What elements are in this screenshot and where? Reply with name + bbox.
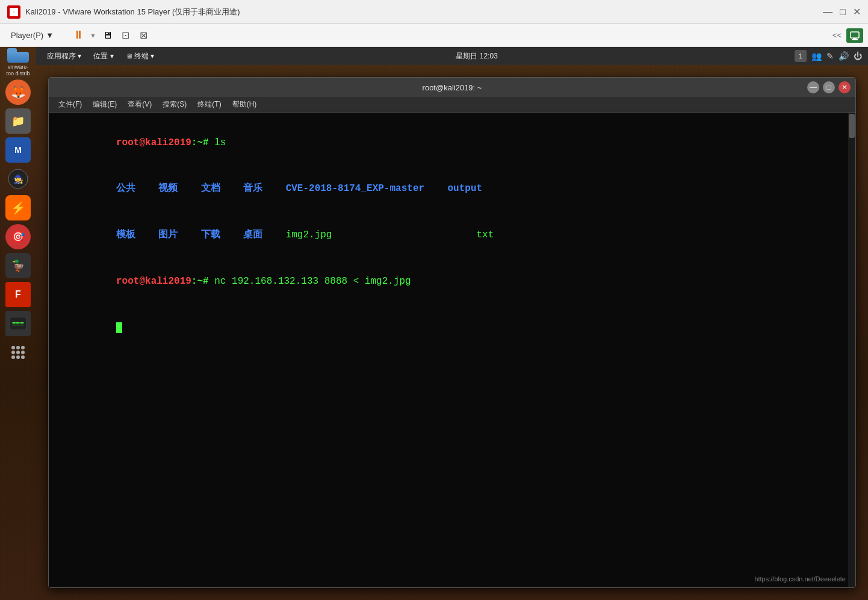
term-menu-edit[interactable]: 编辑(E)	[88, 98, 122, 111]
sidebar-item-maltego[interactable]: 🧙	[5, 166, 31, 192]
sidebar-item-burp[interactable]: ⚡	[5, 195, 31, 220]
sidebar-folder-vmware[interactable]: vmware-too distrib	[5, 52, 31, 77]
svg-point-12	[16, 346, 20, 349]
ls-item-public: 公共	[116, 183, 135, 194]
vmware-toolbar: ⏸ ▼ 🖥 ⊡ ⊠	[72, 29, 150, 42]
svg-point-18	[16, 355, 20, 359]
terminal-menu: 文件(F) 编辑(E) 查看(V) 搜索(S) 终端(T) 帮助(H)	[49, 97, 855, 113]
beef-icon: 🎯	[11, 230, 25, 243]
player-menu[interactable]: Player(P) ▼	[5, 28, 60, 42]
terminal-app-icon: ≡≡≡	[10, 317, 26, 330]
firefox-icon: 🦊	[11, 85, 26, 99]
svg-rect-5	[853, 38, 857, 39]
network-icon[interactable]: 🖥	[101, 29, 114, 42]
pause-button[interactable]: ⏸	[72, 29, 85, 42]
ls-item-docs: 文档	[201, 183, 220, 194]
terminal-minimize-btn[interactable]: —	[807, 81, 819, 93]
vmware-close-btn[interactable]: ✕	[853, 7, 861, 17]
prompt-path-1: :~#	[191, 137, 209, 148]
unity-icon[interactable]: ⊠	[137, 29, 150, 42]
svg-point-16	[21, 351, 25, 354]
ls-item-cve: CVE-2018-8174_EXP-master	[286, 183, 424, 194]
terminal-win-controls: — □ ✕	[807, 81, 851, 93]
svg-rect-2	[10, 12, 14, 16]
vmware-logo	[7, 5, 20, 19]
vmware-maximize-btn[interactable]: □	[840, 7, 846, 17]
vmware-win-controls: — □ ✕	[823, 7, 861, 17]
term-line-nc: root@kali2019:~# nc 192.168.132.133 8888…	[58, 258, 846, 305]
term-line-ls-1: 公共 视频 文档 音乐 CVE-2018-8174_EXP-master out…	[58, 166, 846, 213]
sidebar-item-duck[interactable]: 🦆	[5, 253, 31, 278]
kali-menu-terminal[interactable]: 🖥 终端 ▾	[121, 49, 160, 63]
terminal-maximize-btn[interactable]: □	[823, 81, 835, 93]
terminal-content[interactable]: root@kali2019:~# ls 公共 视频 文档 音乐 CVE-2018…	[49, 113, 855, 587]
files-icon: 📁	[11, 114, 25, 128]
kali-menu-places[interactable]: 位置 ▾	[88, 49, 118, 63]
volume-icon[interactable]: 🔊	[839, 51, 849, 61]
kali-clock: 星期日 12:03	[456, 51, 497, 61]
player-label: Player(P)	[11, 31, 43, 40]
term-menu-terminal[interactable]: 终端(T)	[193, 98, 226, 111]
ls-item-desktop: 桌面	[243, 230, 262, 240]
ls-item-download: 下载	[201, 230, 220, 240]
terminal-title: root@kali2019: ~	[56, 83, 848, 92]
users-icon[interactable]: 👥	[811, 51, 822, 61]
svg-point-13	[21, 346, 25, 349]
vm-panel-icon[interactable]	[846, 28, 863, 43]
kali-menu-apps[interactable]: 应用程序 ▾	[42, 49, 86, 63]
sidebar-item-faraday[interactable]: F	[5, 282, 31, 307]
kali-sidebar: vmware-too distrib 🦊 📁 M 🧙 ⚡ 🎯	[0, 47, 36, 600]
term-line-ls-2: 模板 图片 下载 桌面 img2.jpg txt	[58, 213, 846, 259]
kali-topbar: 应用程序 ▾ 位置 ▾ 🖥 终端 ▾ 星期日 12:03 1 👥 ✎ 🔊 ⏻	[36, 47, 868, 65]
terminal-titlebar: root@kali2019: ~ — □ ✕	[49, 78, 855, 97]
duck-icon: 🦆	[11, 259, 25, 272]
ls-item-templates: 模板	[116, 230, 135, 240]
term-menu-view[interactable]: 查看(V)	[123, 98, 157, 111]
svg-text:🧙: 🧙	[13, 174, 24, 184]
sidebar-item-apps[interactable]	[5, 340, 31, 365]
vmware-titlebar: Kali2019 - VMware Workstation 15 Player …	[0, 0, 868, 24]
svg-text:≡≡≡: ≡≡≡	[12, 320, 24, 328]
ls-item-txt: txt	[477, 230, 494, 240]
sidebar-item-files[interactable]: 📁	[5, 108, 31, 134]
workspace-badge[interactable]: 1	[795, 50, 807, 62]
pencil-icon[interactable]: ✎	[826, 51, 834, 61]
terminal-window: root@kali2019: ~ — □ ✕ 文件(F) 编辑(E) 查看(V)…	[48, 77, 856, 588]
power-icon[interactable]: ⏻	[854, 51, 862, 61]
sidebar-item-firefox[interactable]: 🦊	[5, 80, 31, 105]
svg-rect-6	[852, 39, 858, 40]
sidebar-item-beef[interactable]: 🎯	[5, 224, 31, 249]
kali-desktop-area: root@kali2019: ~ — □ ✕ 文件(F) 编辑(E) 查看(V)…	[36, 65, 868, 600]
svg-point-11	[11, 346, 15, 349]
sidebar-item-metasploit[interactable]: M	[5, 137, 31, 163]
scrollbar-thumb	[849, 114, 855, 138]
term-menu-search[interactable]: 搜索(S)	[158, 98, 191, 111]
vmware-minimize-btn[interactable]: —	[823, 7, 832, 17]
vmware-window-title: Kali2019 - VMware Workstation 15 Player …	[25, 7, 823, 17]
apps-grid-icon	[10, 345, 26, 360]
cmd-nc: nc 192.168.132.133 8888 < img2.jpg	[209, 276, 411, 287]
term-line-cursor	[58, 305, 846, 351]
vmware-menubar: Player(P) ▼ ⏸ ▼ 🖥 ⊡ ⊠ <<	[0, 24, 868, 47]
nav-back[interactable]: <<	[832, 31, 842, 40]
svg-rect-4	[851, 32, 859, 38]
folder-icon	[7, 52, 29, 63]
fullscreen-icon[interactable]: ⊡	[119, 29, 132, 42]
ls-item-video: 视频	[158, 183, 178, 194]
ls-item-music: 音乐	[243, 183, 262, 194]
terminal-close-btn[interactable]: ✕	[839, 81, 851, 93]
ls-item-output: output	[447, 183, 482, 194]
svg-point-15	[16, 351, 20, 354]
kali-desktop: vmware-too distrib 🦊 📁 M 🧙 ⚡ 🎯	[0, 47, 868, 600]
svg-rect-0	[10, 8, 14, 12]
player-dropdown-arrow: ▼	[46, 31, 54, 40]
term-menu-help[interactable]: 帮助(H)	[228, 98, 262, 111]
faraday-icon: F	[15, 289, 21, 300]
terminal-scrollbar[interactable]	[848, 113, 855, 587]
svg-point-14	[11, 351, 15, 354]
term-menu-file[interactable]: 文件(F)	[54, 98, 87, 111]
terminal-cursor	[116, 322, 122, 333]
prompt-user-2: root@kali2019	[116, 276, 191, 287]
sidebar-item-terminal-app[interactable]: ≡≡≡	[5, 311, 31, 336]
svg-rect-3	[14, 12, 18, 16]
